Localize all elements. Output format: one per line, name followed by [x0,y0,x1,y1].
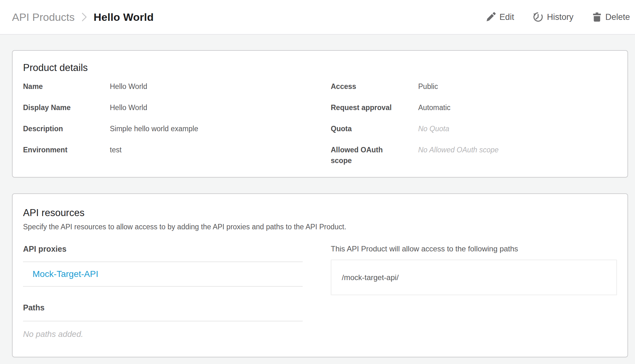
allowed-path-item: /mock-target-api/ [342,273,399,282]
detail-value: No Allowed OAuth scope [418,144,617,166]
list-item: Mock-Target-API [23,262,303,286]
history-clock-icon [532,11,544,23]
detail-label: Display Name [23,102,110,113]
detail-value: test [110,144,331,155]
detail-label: Name [23,81,110,92]
delete-button-label: Delete [605,12,630,22]
detail-row-environment: Environment test [23,144,331,155]
paths-empty-text: No paths added. [23,328,303,340]
pencil-icon [485,12,496,22]
detail-row-request-approval: Request approval Automatic [331,102,617,113]
allowed-paths-box: /mock-target-api/ [331,260,617,295]
detail-label: Request approval [331,102,418,113]
page-header: API Products Hello World Edit [0,0,635,35]
history-button[interactable]: History [532,11,573,23]
detail-value: Automatic [418,102,617,113]
divider [23,286,303,287]
product-details-card: Product details Name Hello World Display… [12,50,628,178]
proxy-link-mock-target-api[interactable]: Mock-Target-API [33,269,98,279]
detail-value: Simple hello world example [110,123,331,134]
api-resources-subtitle: Specify the API resources to allow acces… [23,222,617,232]
api-resources-title: API resources [23,207,617,219]
breadcrumb-api-products[interactable]: API Products [12,11,74,23]
proxies-and-paths-column: API proxies Mock-Target-API Paths No pat… [23,243,303,340]
detail-label: Quota [331,123,418,134]
divider [23,321,303,321]
chevron-right-icon [81,11,88,23]
breadcrumb-current: Hello World [93,11,153,23]
paths-title: Paths [23,302,303,313]
allowed-paths-title: This API Product will allow access to th… [331,243,617,255]
detail-value: Hello World [110,81,331,92]
detail-value: No Quota [418,123,617,134]
detail-label: Environment [23,144,110,155]
details-right-column: Access Public Request approval Automatic… [331,81,617,176]
api-proxies-title: API proxies [23,243,303,255]
detail-label: Description [23,123,110,134]
detail-row-allowed-oauth-scope: Allowed OAuth scope No Allowed OAuth sco… [331,144,617,166]
api-resources-columns: API proxies Mock-Target-API Paths No pat… [23,243,617,340]
detail-value: Public [418,81,617,92]
edit-button-label: Edit [499,12,514,22]
trash-icon [592,12,602,23]
product-details-title: Product details [23,62,617,74]
detail-label: Allowed OAuth scope [331,144,388,166]
detail-row-name: Name Hello World [23,81,331,92]
history-button-label: History [547,12,573,22]
detail-row-quota: Quota No Quota [331,123,617,134]
detail-row-description: Description Simple hello world example [23,123,331,134]
detail-label: Access [331,81,418,92]
details-left-column: Name Hello World Display Name Hello Worl… [23,81,331,176]
allowed-paths-column: This API Product will allow access to th… [331,243,617,340]
edit-button[interactable]: Edit [485,12,514,22]
delete-button[interactable]: Delete [592,12,630,23]
page-body: Product details Name Hello World Display… [0,35,635,357]
product-details-grid: Name Hello World Display Name Hello Worl… [23,81,617,176]
api-resources-card: API resources Specify the API resources … [12,193,628,357]
detail-row-display-name: Display Name Hello World [23,102,331,113]
detail-value: Hello World [110,102,331,113]
breadcrumb: API Products Hello World [12,11,154,23]
detail-row-access: Access Public [331,81,617,92]
header-actions: Edit History Delete [485,11,630,23]
